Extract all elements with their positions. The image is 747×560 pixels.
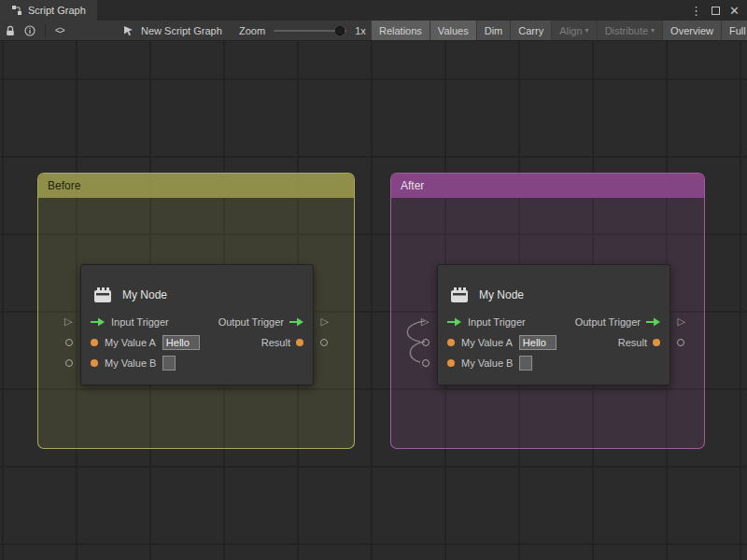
input-trigger-outer-port[interactable]: ▷: [421, 316, 429, 327]
value-b-outer-port[interactable]: [65, 359, 73, 367]
chevron-down-icon: ▾: [651, 26, 655, 35]
tab-title: Script Graph: [28, 5, 86, 16]
graph-canvas[interactable]: Before My Node: [0, 41, 747, 560]
node-icon: [92, 286, 113, 304]
dim-button[interactable]: Dim: [477, 21, 511, 40]
toolbar-separator: [45, 24, 46, 37]
zoom-slider[interactable]: [274, 30, 346, 32]
group-before-header[interactable]: Before: [38, 174, 354, 198]
value-a-outer-port[interactable]: [422, 339, 430, 346]
script-graph-window: Script Graph ⋮ ✕ <> New S: [0, 0, 747, 560]
input-trigger-port-icon[interactable]: [91, 317, 105, 327]
value-a-input[interactable]: [519, 335, 557, 350]
node-my-node-after[interactable]: My Node Input Trigger Output Trigger: [437, 264, 670, 385]
result-outer-port[interactable]: [320, 339, 328, 346]
value-a-label: My Value A: [461, 337, 513, 348]
fullscreen-button[interactable]: Full Screen: [722, 21, 747, 40]
align-dropdown: Align ▾: [552, 21, 596, 40]
zoom-value: 1x: [355, 25, 366, 36]
tab-bar: Script Graph ⋮ ✕: [0, 0, 747, 21]
result-port-icon[interactable]: [296, 339, 303, 346]
node-my-node-before[interactable]: My Node Input Trigger Output Trigger: [80, 264, 314, 385]
result-port-icon[interactable]: [653, 339, 660, 346]
output-trigger-port-icon[interactable]: [646, 317, 660, 327]
value-b-row: My Value B: [438, 353, 669, 373]
value-a-row: My Value A Result: [81, 332, 313, 353]
graph-asset-icon: [123, 25, 134, 36]
value-b-port-icon[interactable]: [91, 359, 98, 367]
value-a-port-icon[interactable]: [91, 339, 98, 346]
result-outer-port[interactable]: [677, 339, 684, 346]
trigger-row: Input Trigger Output Trigger: [438, 312, 669, 332]
graph-name-label[interactable]: New Script Graph: [141, 25, 222, 36]
input-trigger-label: Input Trigger: [468, 316, 526, 328]
value-a-input[interactable]: [162, 335, 200, 350]
value-b-port-icon[interactable]: [447, 359, 455, 367]
info-icon[interactable]: [24, 25, 35, 36]
carry-button[interactable]: Carry: [511, 21, 551, 40]
group-after-header[interactable]: After: [391, 174, 704, 198]
result-label: Result: [618, 337, 647, 348]
group-after-title: After: [401, 179, 424, 192]
script-graph-icon: [11, 5, 22, 16]
output-trigger-label: Output Trigger: [575, 316, 641, 328]
value-b-label: My Value B: [461, 357, 513, 369]
value-b-label: My Value B: [105, 357, 156, 369]
output-trigger-label: Output Trigger: [218, 316, 284, 328]
values-button[interactable]: Values: [430, 21, 476, 40]
distribute-dropdown: Distribute ▾: [598, 21, 662, 40]
chevron-down-icon: ▾: [585, 26, 589, 35]
group-before-title: Before: [48, 179, 80, 192]
group-after[interactable]: After My Node: [390, 173, 705, 449]
value-b-input[interactable]: [519, 356, 532, 371]
value-a-label: My Value A: [105, 337, 156, 348]
value-b-input[interactable]: [162, 356, 176, 371]
node-icon: [449, 286, 470, 304]
overview-button[interactable]: Overview: [663, 21, 721, 40]
code-view-icon[interactable]: <>: [55, 25, 64, 35]
trigger-row: Input Trigger Output Trigger: [81, 312, 313, 332]
value-b-row: My Value B: [81, 353, 313, 373]
input-trigger-port-icon[interactable]: [447, 317, 461, 327]
input-trigger-label: Input Trigger: [111, 316, 169, 328]
output-trigger-outer-port[interactable]: ▷: [678, 316, 685, 327]
output-trigger-outer-port[interactable]: ▷: [321, 316, 329, 327]
close-icon[interactable]: ✕: [729, 5, 740, 17]
window-menu-icon[interactable]: ⋮: [690, 4, 702, 18]
input-trigger-outer-port[interactable]: ▷: [64, 316, 72, 327]
graph-toolbar: <> New Script Graph Zoom 1x Relations Va…: [0, 21, 747, 41]
tab-script-graph[interactable]: Script Graph: [0, 0, 97, 21]
output-trigger-port-icon[interactable]: [289, 317, 303, 327]
value-a-port-icon[interactable]: [447, 339, 455, 346]
node-title: My Node: [122, 288, 167, 301]
node-title: My Node: [479, 288, 524, 301]
maximize-icon[interactable]: [712, 7, 720, 15]
value-a-outer-port[interactable]: [65, 339, 73, 346]
value-b-outer-port[interactable]: [422, 359, 430, 367]
group-before[interactable]: Before My Node: [37, 173, 355, 449]
result-label: Result: [261, 337, 290, 348]
relations-button[interactable]: Relations: [372, 21, 430, 40]
zoom-slider-knob[interactable]: [335, 26, 345, 35]
lock-icon[interactable]: [6, 25, 15, 36]
toolbar-buttons: Relations Values Dim Carry Align ▾ Distr…: [372, 21, 747, 40]
value-a-row: My Value A Result: [438, 332, 669, 353]
zoom-label: Zoom: [239, 25, 265, 36]
